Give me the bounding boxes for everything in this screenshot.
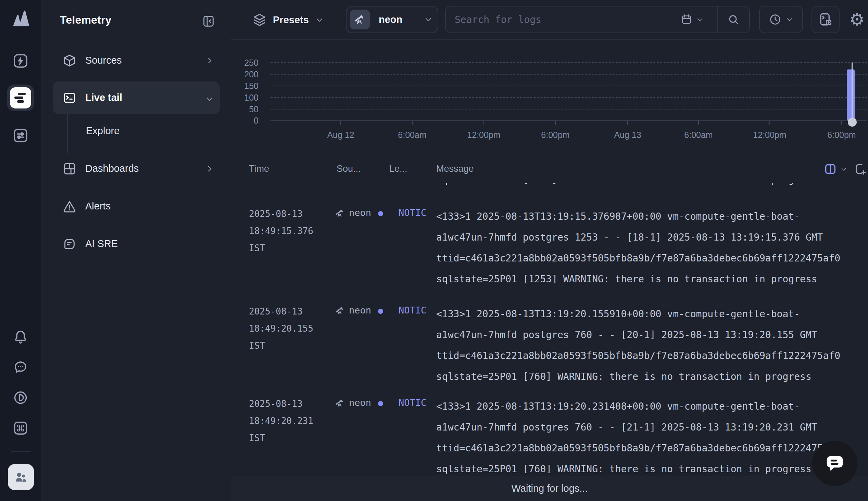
chevron-down-icon [696, 16, 703, 23]
sidebar-item-sources[interactable]: Sources [85, 55, 121, 66]
log-source: neon [349, 207, 371, 218]
y-tick-label: 50 [231, 104, 258, 114]
telemetry-app: DR Telemetry Sources Live tail Explore D… [0, 0, 868, 501]
sidebar-item-live-tail-label[interactable]: Live tail [85, 92, 122, 103]
log-level: NOTIC [399, 305, 426, 316]
time-scrubber-line [851, 62, 853, 122]
x-tick-label: 6:00am [388, 130, 436, 140]
terminal-icon [63, 91, 76, 106]
sidebar-item-alerts[interactable]: Alerts [85, 201, 110, 212]
column-header-message[interactable]: Message [436, 163, 474, 174]
command-shortcuts-icon[interactable] [13, 420, 29, 436]
log-message: <133>1 2025-08-13T13:19:20.155910+00:00 … [436, 303, 867, 387]
log-search-group [445, 6, 750, 33]
saved-search-dropdown[interactable] [666, 7, 717, 32]
log-lines-icon [10, 87, 31, 108]
telescope-icon [335, 306, 345, 317]
page-title: Telemetry [60, 14, 112, 26]
chevron-down-icon[interactable] [205, 94, 214, 105]
log-volume-chart: 250 200 150 100 50 0 Aug 12 6:00am 12:00… [231, 40, 868, 155]
sidebar: Telemetry Sources Live tail Explore Dash… [41, 0, 231, 501]
x-tick [627, 121, 628, 125]
chevron-down-icon[interactable] [840, 165, 847, 173]
gridline [271, 62, 867, 63]
alert-triangle-icon [63, 200, 76, 215]
log-message: <133>1 2025-08-13T13:19:15.376987+00:00 … [436, 206, 867, 289]
add-column-icon[interactable] [854, 162, 867, 176]
settings-gear-icon[interactable]: ⚙ [847, 6, 867, 33]
columns-layout-icon[interactable] [824, 162, 837, 176]
collapse-sidebar-icon[interactable] [202, 14, 215, 30]
log-table-header: Time Sou... Le... Message [231, 155, 868, 183]
cube-icon [63, 54, 76, 69]
log-message: <133>1 2025-08-13T13:19:20.231408+00:00 … [436, 396, 867, 479]
search-input[interactable] [446, 7, 666, 32]
status-bar: Waiting for logs... [231, 476, 868, 501]
gridline [271, 74, 867, 75]
chat-support-button[interactable] [812, 441, 857, 486]
source-select-value: neon [379, 14, 402, 25]
x-tick-label: 6:00pm [818, 130, 866, 140]
sidebar-item-ai-sre[interactable]: AI SRE [85, 238, 118, 249]
chevron-down-icon [315, 15, 324, 24]
layers-icon [252, 13, 267, 27]
topbar: Presets neon [231, 0, 868, 40]
brand-logo-icon[interactable] [10, 8, 32, 28]
log-row[interactable]: 2025-08-1318:49:20.231IST neon NOTIC <13… [231, 384, 868, 473]
x-tick-label: 6:00am [675, 130, 722, 140]
time-range-button[interactable] [759, 6, 803, 33]
waiting-status-text: Waiting for logs... [511, 483, 588, 494]
run-search-button[interactable] [717, 7, 749, 32]
log-timestamp: 2025-08-1318:49:20.231IST [249, 395, 313, 447]
log-count-bar[interactable] [847, 70, 855, 120]
gridline [271, 97, 867, 98]
chevron-right-icon[interactable] [205, 56, 214, 66]
clipped-log-text: sqlstate=25P01 [1253] WARNING: there is … [436, 183, 817, 185]
chat-bubble-icon [824, 453, 845, 474]
x-tick-label: 6:00pm [531, 130, 579, 140]
search-icon [727, 13, 740, 26]
controls-nav-icon[interactable] [12, 127, 29, 144]
chevron-right-icon[interactable] [205, 164, 214, 174]
gridline [271, 109, 867, 109]
clipped-log-row[interactable]: sqlstate=25P01 [1253] WARNING: there is … [231, 183, 868, 194]
x-tick-label: 12:00pm [746, 130, 794, 140]
dashboard-grid-icon [63, 162, 76, 177]
presets-label: Presets [273, 14, 309, 26]
column-header-level[interactable]: Le... [389, 163, 407, 174]
log-list: sqlstate=25P01 [1253] WARNING: there is … [231, 183, 868, 473]
main-area: Presets neon [231, 0, 868, 501]
console-panel-icon [818, 12, 833, 27]
log-level: NOTIC [399, 207, 426, 218]
source-select[interactable]: neon [346, 6, 438, 33]
bell-icon[interactable] [13, 329, 29, 345]
sidebar-item-dashboards[interactable]: Dashboards [85, 163, 139, 174]
y-tick-label: 200 [231, 70, 258, 79]
x-tick [698, 121, 699, 125]
column-header-source[interactable]: Sou... [337, 163, 361, 174]
user-avatar[interactable]: DR [8, 464, 34, 490]
level-dot [378, 211, 383, 216]
chevron-down-icon [786, 16, 793, 23]
x-tick [555, 121, 556, 125]
time-scrubber-handle[interactable] [848, 118, 857, 127]
console-view-button[interactable] [812, 6, 839, 33]
chat-dots-icon[interactable] [13, 359, 29, 375]
telescope-icon [335, 208, 345, 220]
app-rail: DR [0, 0, 41, 501]
logs-nav-active[interactable] [7, 85, 34, 111]
sidebar-item-explore[interactable]: Explore [86, 125, 119, 137]
log-row[interactable]: 2025-08-1318:49:15.376IST neon NOTIC <13… [231, 194, 868, 292]
sidebar-item-live-tail[interactable] [53, 82, 220, 114]
y-tick-label: 100 [231, 93, 258, 103]
activity-nav-icon[interactable] [12, 53, 29, 69]
x-tick-label: Aug 13 [604, 130, 652, 140]
telescope-icon [350, 10, 370, 30]
column-header-time[interactable]: Time [249, 163, 269, 174]
x-tick-label: 12:00pm [460, 130, 508, 140]
log-row[interactable]: 2025-08-1318:49:20.155IST neon NOTIC <13… [231, 292, 868, 384]
y-tick-label: 0 [231, 116, 258, 126]
contrast-theme-icon[interactable] [13, 390, 29, 406]
x-tick [412, 121, 413, 125]
presets-dropdown[interactable]: Presets [252, 6, 324, 34]
